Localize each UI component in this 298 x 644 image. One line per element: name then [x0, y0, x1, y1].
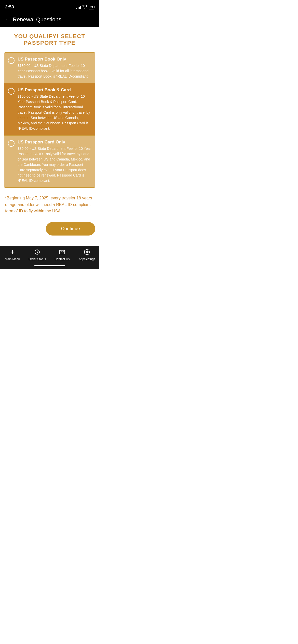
- radio-button-card-only[interactable]: [8, 140, 15, 147]
- option-text-book-card: US Passport Book & Card $160.00 - US Sta…: [18, 87, 91, 131]
- disclaimer-text: *Beginning May 7, 2025, every traveler 1…: [4, 195, 95, 214]
- page-title: Renewal Questions: [13, 16, 61, 23]
- passport-options-container: US Passport Book Only $130.00 - US State…: [4, 52, 95, 188]
- option-title-book-card: US Passport Book & Card: [18, 87, 91, 93]
- option-desc-book-card: $160.00 - US State Department Fee for 10…: [18, 94, 91, 131]
- option-desc-card-only: $30.00 - US State Department Fee for 10 …: [18, 146, 91, 183]
- passport-option-card-only[interactable]: US Passport Card Only $30.00 - US State …: [4, 136, 95, 187]
- passport-option-book-card[interactable]: US Passport Book & Card $160.00 - US Sta…: [4, 83, 95, 136]
- gear-icon: [84, 249, 90, 256]
- option-title-book-only: US Passport Book Only: [18, 57, 91, 62]
- battery-icon: 89: [89, 5, 94, 9]
- svg-point-4: [86, 251, 88, 253]
- main-content: YOU QUALIFY! SELECT PASSPORT TYPE US Pas…: [0, 27, 99, 246]
- option-desc-book-only: $130.00 - US State Department Fee for 10…: [18, 63, 91, 79]
- back-button[interactable]: ←: [5, 17, 10, 23]
- option-text-book-only: US Passport Book Only $130.00 - US State…: [18, 57, 91, 79]
- tab-contact-us[interactable]: Contact Us: [53, 249, 71, 261]
- tab-app-settings[interactable]: AppSettings: [78, 249, 96, 261]
- battery-level: 89: [90, 6, 93, 9]
- plus-icon: [9, 249, 16, 256]
- home-bar: [34, 265, 65, 266]
- tab-bar: Main Menu Order Status Contact Us AppSet…: [0, 246, 99, 263]
- status-icons: 89: [76, 5, 94, 9]
- continue-btn-wrapper: Continue: [4, 222, 95, 236]
- signal-icon: [76, 5, 81, 9]
- passport-option-book-only[interactable]: US Passport Book Only $130.00 - US State…: [4, 53, 95, 83]
- tab-main-menu-label: Main Menu: [5, 257, 20, 261]
- radio-button-book-only[interactable]: [8, 57, 15, 64]
- mail-icon: [59, 249, 65, 256]
- option-text-card-only: US Passport Card Only $30.00 - US State …: [18, 140, 91, 183]
- tab-main-menu[interactable]: Main Menu: [4, 249, 21, 261]
- tab-contact-us-label: Contact Us: [55, 257, 70, 261]
- continue-button[interactable]: Continue: [46, 222, 95, 236]
- tab-order-status[interactable]: Order Status: [28, 249, 46, 261]
- status-time: 2:53: [5, 5, 14, 10]
- option-title-card-only: US Passport Card Only: [18, 140, 91, 145]
- qualify-title: YOU QUALIFY! SELECT PASSPORT TYPE: [4, 33, 95, 46]
- radio-button-book-card[interactable]: [8, 88, 15, 95]
- clock-icon: [34, 249, 40, 256]
- tab-app-settings-label: AppSettings: [79, 257, 95, 261]
- status-bar: 2:53 89: [0, 0, 99, 13]
- tab-order-status-label: Order Status: [29, 257, 46, 261]
- wifi-icon: [83, 5, 87, 9]
- home-indicator: [0, 263, 99, 269]
- nav-bar: ← Renewal Questions: [0, 13, 99, 27]
